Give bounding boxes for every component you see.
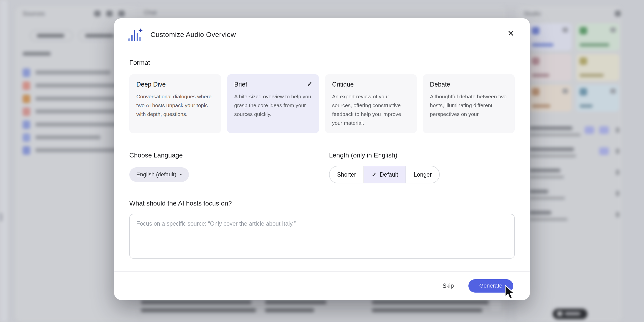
format-card-description: A thoughtful debate between two hosts, i…: [430, 92, 508, 118]
dialog-title: Customize Audio Overview: [150, 31, 236, 39]
format-card-title: Deep Dive: [136, 81, 214, 88]
length-heading: Length (only in English): [329, 151, 440, 159]
format-card-debate[interactable]: Debate A thoughtful debate between two h…: [423, 74, 515, 133]
format-card-title: Brief: [234, 81, 312, 88]
skip-button[interactable]: Skip: [442, 283, 454, 289]
format-card-description: An expert review of your sources, offeri…: [332, 92, 410, 127]
chevron-down-icon: ▾: [180, 172, 182, 177]
format-heading: Format: [129, 59, 515, 67]
customize-audio-overview-dialog: ✦ Customize Audio Overview ✕ Format Deep…: [114, 18, 530, 300]
format-card-title: Debate: [430, 81, 508, 88]
selected-check-icon: ✓: [372, 171, 377, 178]
format-card-title: Critique: [332, 81, 410, 88]
language-value: English (default): [136, 171, 176, 178]
length-option-label: Longer: [414, 171, 432, 178]
length-option-longer[interactable]: Longer: [406, 166, 439, 183]
length-option-default[interactable]: ✓ Default: [364, 166, 406, 183]
sparkle-glyph: ✦: [138, 27, 143, 34]
dialog-header: ✦ Customize Audio Overview ✕: [114, 18, 530, 51]
length-option-label: Default: [380, 171, 398, 178]
language-dropdown[interactable]: English (default) ▾: [129, 167, 189, 182]
dialog-footer: Skip Generate: [114, 271, 530, 300]
format-card-description: A bite-sized overview to help you grasp …: [234, 92, 312, 118]
audio-overview-sparkle-icon: ✦: [128, 28, 143, 41]
length-option-shorter[interactable]: Shorter: [330, 166, 364, 183]
close-icon[interactable]: ✕: [507, 29, 514, 37]
format-card-critique[interactable]: Critique An expert review of your source…: [325, 74, 417, 133]
length-option-label: Shorter: [337, 171, 356, 178]
focus-heading: What should the AI hosts focus on?: [129, 199, 515, 207]
mouse-cursor: [503, 285, 517, 301]
format-card-deep-dive[interactable]: Deep Dive Conversational dialogues where…: [129, 74, 221, 133]
format-options: Deep Dive Conversational dialogues where…: [129, 74, 515, 133]
length-segmented-control: Shorter ✓ Default Longer: [329, 166, 440, 183]
language-heading: Choose Language: [129, 151, 329, 159]
focus-input[interactable]: [129, 214, 515, 259]
format-card-description: Conversational dialogues where two AI ho…: [136, 92, 214, 118]
selected-check-icon: ✓: [307, 80, 312, 88]
format-card-brief[interactable]: Brief ✓ A bite-sized overview to help yo…: [227, 74, 319, 133]
